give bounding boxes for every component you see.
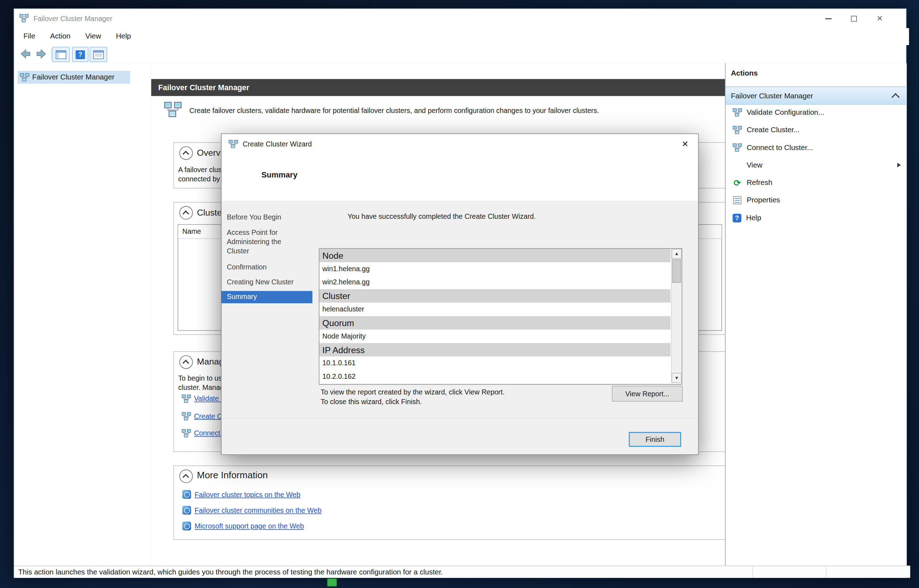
report-section-header: Quorum bbox=[319, 316, 670, 330]
menu-bar: File Action View Help bbox=[14, 28, 909, 45]
collapse-group-icon[interactable] bbox=[891, 93, 900, 101]
minimize-icon bbox=[825, 18, 831, 19]
action-refresh[interactable]: ⟳ Refresh bbox=[726, 174, 907, 191]
console-tree-icon bbox=[56, 50, 66, 59]
intro-text: Create failover clusters, validate hardw… bbox=[190, 106, 711, 115]
maximize-button[interactable] bbox=[841, 9, 867, 28]
report-value: Node Majority bbox=[319, 330, 670, 343]
footer-divider bbox=[222, 418, 697, 419]
action-label: Validate Configuration... bbox=[747, 108, 825, 116]
status-separator bbox=[826, 567, 827, 577]
web-doc-icon bbox=[182, 522, 191, 531]
web-link-row: Microsoft support page on the Web bbox=[182, 522, 304, 531]
cluster-icon bbox=[733, 143, 742, 152]
action-pane-toggle-button[interactable] bbox=[89, 47, 107, 62]
cluster-icon bbox=[20, 73, 29, 82]
center-header: Failover Cluster Manager bbox=[151, 79, 732, 96]
maximize-icon bbox=[851, 16, 857, 21]
title-bar: Failover Cluster Manager ✕ bbox=[14, 9, 906, 28]
report-value: 10.2.0.162 bbox=[319, 370, 670, 383]
action-validate-configuration[interactable]: Validate Configuration... bbox=[726, 104, 907, 121]
step-summary-active[interactable]: Summary bbox=[222, 291, 313, 303]
app-icon bbox=[19, 13, 29, 23]
minimize-button[interactable] bbox=[815, 9, 841, 28]
status-bar: This action launches the validation wiza… bbox=[14, 565, 910, 578]
taskbar-green-icon[interactable] bbox=[327, 578, 337, 586]
actions-panel: Actions Failover Cluster Manager Validat… bbox=[725, 63, 906, 565]
tree-item-label: Failover Cluster Manager bbox=[32, 73, 115, 81]
scroll-up-button[interactable]: ▲ bbox=[672, 249, 682, 259]
window-title: Failover Cluster Manager bbox=[34, 13, 112, 24]
menu-file[interactable]: File bbox=[17, 28, 42, 45]
name-column-header[interactable]: Name bbox=[182, 227, 201, 235]
report-scrollbar[interactable]: ▲ ▼ bbox=[671, 249, 682, 383]
dialog-title: Create Cluster Wizard bbox=[243, 134, 312, 154]
tree-item-failover-cluster-manager[interactable]: Failover Cluster Manager bbox=[18, 71, 130, 84]
cluster-large-icon bbox=[164, 101, 182, 118]
view-report-button[interactable]: View Report... bbox=[612, 386, 683, 402]
cluster-icon bbox=[733, 126, 742, 135]
cluster-icon bbox=[733, 108, 742, 117]
action-view[interactable]: View bbox=[726, 157, 907, 174]
close-button[interactable]: ✕ bbox=[867, 9, 893, 28]
finish-button[interactable]: Finish bbox=[629, 432, 681, 446]
step-before-you-begin[interactable]: Before You Begin bbox=[227, 212, 303, 222]
forward-icon[interactable] bbox=[36, 48, 47, 60]
report-value: win2.helena.gg bbox=[319, 276, 670, 289]
microsoft-support-link[interactable]: Microsoft support page on the Web bbox=[194, 522, 304, 530]
web-link-row: Failover cluster communities on the Web bbox=[182, 506, 321, 515]
close-icon: ✕ bbox=[682, 139, 689, 149]
menu-action[interactable]: Action bbox=[44, 28, 77, 45]
console-tree-toggle-button[interactable] bbox=[52, 47, 70, 62]
toolbar-help-button[interactable]: ? bbox=[72, 47, 89, 62]
console-tree-panel: Failover Cluster Manager bbox=[14, 63, 152, 565]
action-label: Create Cluster... bbox=[747, 126, 799, 134]
wizard-body: Before You Begin Access Point for Admini… bbox=[222, 201, 698, 454]
web-doc-icon bbox=[182, 506, 191, 515]
step-access-point[interactable]: Access Point for Administering the Clust… bbox=[227, 228, 298, 256]
menu-view[interactable]: View bbox=[79, 28, 107, 45]
collapse-overview-icon[interactable] bbox=[180, 147, 193, 160]
action-create-cluster[interactable]: Create Cluster... bbox=[726, 121, 907, 139]
scrollbar-thumb[interactable] bbox=[672, 259, 681, 283]
help-icon: ? bbox=[76, 50, 85, 59]
actions-group-label: Failover Cluster Manager bbox=[731, 92, 814, 100]
cluster-icon bbox=[182, 429, 191, 438]
status-text: This action launches the validation wiza… bbox=[18, 568, 443, 576]
action-connect-to-cluster[interactable]: Connect to Cluster... bbox=[726, 139, 907, 156]
report-section-header: Node bbox=[319, 249, 670, 262]
summary-report-box[interactable]: Node win1.helena.gg win2.helena.gg Clust… bbox=[319, 249, 682, 385]
action-properties[interactable]: Properties bbox=[726, 191, 907, 209]
step-confirmation[interactable]: Confirmation bbox=[227, 262, 303, 271]
report-value: helenacluster bbox=[319, 302, 670, 316]
action-help[interactable]: ? Help bbox=[726, 209, 907, 227]
collapse-management-icon[interactable] bbox=[180, 355, 193, 369]
refresh-icon: ⟳ bbox=[733, 178, 742, 187]
collapse-more-information-icon[interactable] bbox=[180, 470, 193, 483]
help-icon: ? bbox=[733, 213, 742, 222]
actions-panel-title: Actions bbox=[731, 69, 758, 78]
wizard-message: You have successfully completed the Crea… bbox=[347, 212, 535, 221]
step-creating-new-cluster[interactable]: Creating New Cluster bbox=[227, 278, 305, 287]
more-information-section: More Information Failover cluster topics… bbox=[173, 465, 726, 540]
action-label: Connect to Cluster... bbox=[747, 143, 813, 152]
submenu-arrow-icon bbox=[897, 163, 901, 168]
failover-communities-link[interactable]: Failover cluster communities on the Web bbox=[194, 506, 321, 514]
scroll-down-button[interactable]: ▼ bbox=[672, 373, 682, 383]
collapse-clusters-icon[interactable] bbox=[180, 206, 193, 220]
wizard-icon bbox=[229, 139, 238, 149]
actions-group-header[interactable]: Failover Cluster Manager bbox=[726, 87, 907, 105]
failover-topics-link[interactable]: Failover cluster topics on the Web bbox=[194, 490, 300, 499]
properties-icon bbox=[733, 195, 742, 205]
web-doc-icon bbox=[182, 490, 191, 499]
report-value: 10.1.0.161 bbox=[319, 356, 670, 370]
wizard-hint-1: To view the report created by the wizard… bbox=[321, 388, 505, 397]
report-section-header: IP Address bbox=[319, 343, 670, 357]
create-cluster-wizard-dialog: Create Cluster Wizard ✕ Summary Before Y… bbox=[221, 134, 699, 455]
toolbar: ? bbox=[14, 45, 906, 64]
dialog-close-button[interactable]: ✕ bbox=[672, 134, 698, 154]
menu-help[interactable]: Help bbox=[110, 28, 137, 45]
back-icon[interactable] bbox=[19, 48, 31, 60]
scroll-down-icon: ▼ bbox=[674, 375, 679, 381]
report-value: win1.helena.gg bbox=[319, 262, 670, 276]
